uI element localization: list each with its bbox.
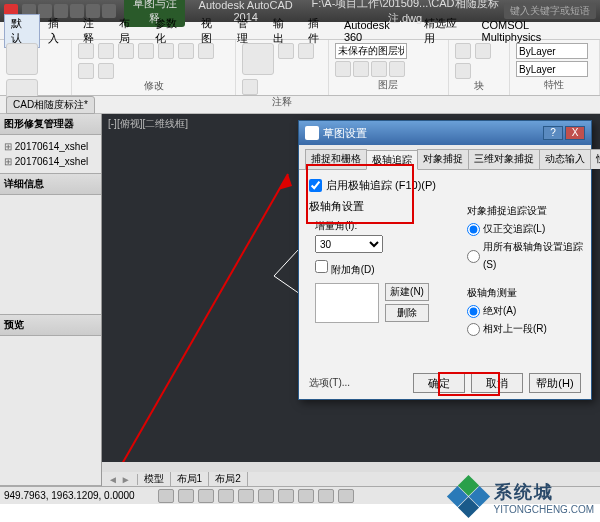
osnap-toggle[interactable] xyxy=(238,489,254,503)
right-column: 对象捕捉追踪设置 仅正交追踪(L) 用所有极轴角设置追踪(S) 极轴角测量 绝对… xyxy=(467,202,585,338)
palette-title-preview: 预览 xyxy=(0,315,101,336)
tab-layout1[interactable]: 布局1 xyxy=(171,472,210,486)
dim-icon[interactable] xyxy=(278,43,294,59)
ducs-toggle[interactable] xyxy=(278,489,294,503)
tab-model[interactable]: 模型 xyxy=(138,472,171,486)
model-layout-tabs: ◄ ► 模型 布局1 布局2 xyxy=(102,472,600,486)
ribbon: 绘图 修改 注释 图层 块 特性 xyxy=(0,40,600,96)
dialog-close-icon[interactable]: X xyxy=(565,126,585,140)
drafting-settings-dialog: 草图设置 ? X 捕捉和栅格 极轴追踪 对象捕捉 三维对象捕捉 动态输入 快捷特… xyxy=(298,120,592,400)
osnap-track-title: 对象捕捉追踪设置 xyxy=(467,202,585,220)
array-icon[interactable] xyxy=(78,63,94,79)
absolute-radio[interactable]: 绝对(A) xyxy=(467,302,585,320)
all-polar-radio[interactable]: 用所有极轴角设置追踪(S) xyxy=(467,238,585,274)
dialog-tabs: 捕捉和栅格 极轴追踪 对象捕捉 三维对象捕捉 动态输入 快捷特性 选择循环 xyxy=(299,145,591,170)
layer-freeze-icon[interactable] xyxy=(371,61,387,77)
enable-polar-checkbox[interactable]: 启用极轴追踪 (F10)(P) xyxy=(309,178,581,193)
ribbon-panel-layer: 图层 xyxy=(329,40,449,95)
color-combo[interactable] xyxy=(516,43,588,59)
cancel-button[interactable]: 取消 xyxy=(471,373,523,393)
polar-toggle[interactable] xyxy=(218,489,234,503)
dtab-snap-grid[interactable]: 捕捉和栅格 xyxy=(305,149,367,169)
mirror-icon[interactable] xyxy=(158,43,174,59)
lwt-toggle[interactable] xyxy=(318,489,334,503)
enable-polar-input[interactable] xyxy=(309,179,322,192)
layer-off-icon[interactable] xyxy=(353,61,369,77)
dialog-footer: 选项(T)... 确定 取消 帮助(H) xyxy=(299,373,591,393)
options-link[interactable]: 选项(T)... xyxy=(309,376,350,390)
additional-angle-checkbox[interactable]: 附加角(D) xyxy=(315,264,375,275)
measure-title: 极轴角测量 xyxy=(467,284,585,302)
dialog-titlebar[interactable]: 草图设置 ? X xyxy=(299,121,591,145)
ribbon-tabs: 默认 插入 注释 布局 参数化 视图 管理 输出 插件 Autodesk 360… xyxy=(0,22,600,40)
new-angle-button[interactable]: 新建(N) xyxy=(385,283,429,301)
palette-title-details: 详细信息 xyxy=(0,174,101,195)
dialog-body: 启用极轴追踪 (F10)(P) 极轴角设置 增量角(I): 30 附加角(D) … xyxy=(299,170,591,370)
additional-angles-list[interactable] xyxy=(315,283,379,323)
increment-angle-select[interactable]: 30 xyxy=(315,235,383,253)
line-button[interactable] xyxy=(6,43,38,75)
tree-node[interactable]: 20170614_xshel xyxy=(4,139,97,154)
dialog-help-icon[interactable]: ? xyxy=(543,126,563,140)
insert-block-icon[interactable] xyxy=(455,43,471,59)
ribbon-panel-draw: 绘图 xyxy=(0,40,72,95)
ortho-toggle[interactable] xyxy=(198,489,214,503)
dtab-quickprops[interactable]: 快捷特性 xyxy=(590,149,600,169)
layer-prop-icon[interactable] xyxy=(335,61,351,77)
details-body xyxy=(0,195,101,315)
layer-state-combo[interactable] xyxy=(335,43,407,59)
ok-button[interactable]: 确定 xyxy=(413,373,465,393)
qp-toggle[interactable] xyxy=(338,489,354,503)
rotate-icon[interactable] xyxy=(138,43,154,59)
tab-layout2[interactable]: 布局2 xyxy=(209,472,248,486)
drawing-tab[interactable]: CAD相随度标注* xyxy=(6,96,95,114)
horizontal-scrollbar[interactable] xyxy=(102,462,600,472)
bottom-strip xyxy=(0,504,600,522)
ortho-only-radio[interactable]: 仅正交追踪(L) xyxy=(467,220,585,238)
preview-body xyxy=(0,336,101,486)
create-block-icon[interactable] xyxy=(475,43,491,59)
stretch-icon[interactable] xyxy=(118,43,134,59)
text-button[interactable] xyxy=(242,43,274,75)
left-palettes: 图形修复管理器 20170614_xshel 20170614_xshel 详细… xyxy=(0,114,102,486)
move-icon[interactable] xyxy=(78,43,94,59)
dyn-toggle[interactable] xyxy=(298,489,314,503)
copy-icon[interactable] xyxy=(98,43,114,59)
delete-angle-button[interactable]: 删除 xyxy=(385,304,429,322)
dtab-3dosnap[interactable]: 三维对象捕捉 xyxy=(468,149,540,169)
dialog-icon xyxy=(305,126,319,140)
lineweight-combo[interactable] xyxy=(516,61,588,77)
dtab-polar[interactable]: 极轴追踪 xyxy=(366,150,418,170)
ribbon-panel-props: 特性 xyxy=(510,40,600,95)
snap-toggle[interactable] xyxy=(158,489,174,503)
coordinates[interactable]: 949.7963, 1963.1209, 0.0000 xyxy=(4,490,154,501)
enable-polar-label: 启用极轴追踪 (F10)(P) xyxy=(326,178,436,193)
svg-line-0 xyxy=(122,174,288,464)
trim-icon[interactable] xyxy=(178,43,194,59)
svg-line-3 xyxy=(274,276,300,294)
dtab-osnap[interactable]: 对象捕捉 xyxy=(417,149,469,169)
grid-toggle[interactable] xyxy=(178,489,194,503)
scale-icon[interactable] xyxy=(198,43,214,59)
status-bar: 949.7963, 1963.1209, 0.0000 xyxy=(0,486,600,504)
table-icon[interactable] xyxy=(242,79,258,95)
otrack-toggle[interactable] xyxy=(258,489,274,503)
help-button[interactable]: 帮助(H) xyxy=(529,373,581,393)
dtab-dyninput[interactable]: 动态输入 xyxy=(539,149,591,169)
fillet-icon[interactable] xyxy=(98,63,114,79)
svg-line-2 xyxy=(274,250,298,276)
ribbon-panel-modify: 修改 xyxy=(72,40,237,95)
svg-marker-1 xyxy=(278,174,292,190)
ribbon-panel-block: 块 xyxy=(449,40,510,95)
palette-title-recovery: 图形修复管理器 xyxy=(0,114,101,135)
edit-block-icon[interactable] xyxy=(455,63,471,79)
recovery-tree[interactable]: 20170614_xshel 20170614_xshel xyxy=(0,135,101,174)
layer-lock-icon[interactable] xyxy=(389,61,405,77)
tree-node[interactable]: 20170614_xshel xyxy=(4,154,97,169)
leader-icon[interactable] xyxy=(298,43,314,59)
dialog-title: 草图设置 xyxy=(323,126,367,141)
ribbon-panel-annotate: 注释 xyxy=(236,40,328,95)
relative-radio[interactable]: 相对上一段(R) xyxy=(467,320,585,338)
